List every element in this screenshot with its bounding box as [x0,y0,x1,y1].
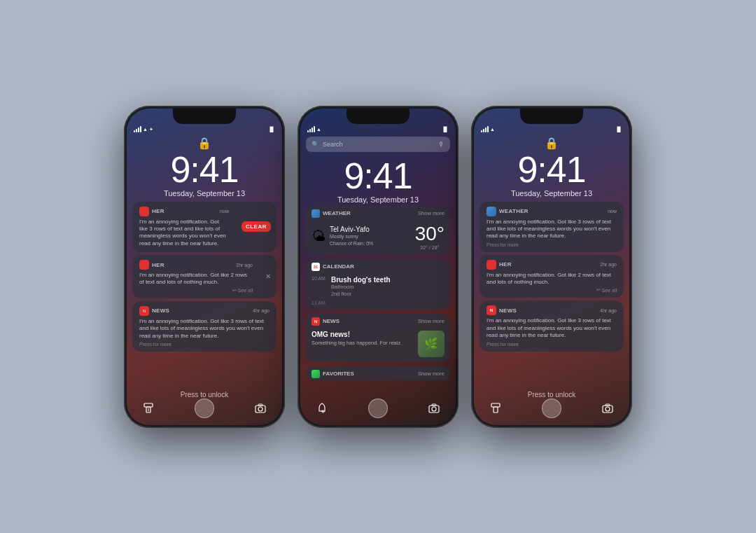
weather-range: 32° / 28° [415,245,444,250]
bottom-icons-right [474,399,629,418]
flashlight-icon-right[interactable] [488,401,503,416]
notif-app-name-r1: WEATHER [499,208,528,214]
svg-rect-11 [491,403,500,407]
favorites-show-more[interactable]: Show more [418,371,444,377]
status-bar-right: ▲ ▐▌ [474,124,629,134]
notch-right [520,109,583,124]
notif-dismiss-2[interactable]: ✕ [260,255,276,298]
calendar-next-time: 11 AM [312,300,327,305]
notif-time-3: 4hr ago [253,308,270,313]
news-widget: N NEWS Show more OMG news! Something big… [306,314,450,362]
notif-action-r3[interactable]: Press for more [486,342,617,347]
notif-body-r3: I'm an annoying notification. Got like 3… [486,317,617,339]
notch-middle [346,109,410,124]
see-all-r2[interactable]: ↩ See all [486,287,617,293]
notif-app-name-3: NEWS [152,307,169,314]
phone-right-screen: ▲ ▐▌ 🔒 9:41 Tuesday, September 13 [474,109,629,425]
home-button-middle[interactable] [368,399,388,418]
notif-app-name-r3: NEWS [499,307,517,314]
svg-point-9 [432,407,436,411]
notif-card-1: HER now I'm an annoying notification. Go… [132,202,276,253]
battery-icon: ▐▌ [268,127,275,132]
notif-time-r1: now [608,209,617,214]
svg-rect-5 [258,404,262,406]
notif-body-1: I'm an annoying notification. Got like 3… [139,219,229,248]
weather-sun-icon: 🌤 [312,228,326,244]
notif-app-icon-3: N [139,306,149,316]
news-thumbnail: 🌿 [418,331,444,357]
notif-action-r1[interactable]: Press for more [486,242,617,247]
wifi-icon: ▲ [143,127,148,132]
notif-app-name-2: HER [152,262,164,268]
status-bar-middle: ▲ ▐▌ [300,124,456,134]
signal-icon-right [481,126,489,132]
weather-desc: Mostly sunny [330,233,373,240]
camera-icon-left[interactable] [253,401,268,416]
signal-icon [134,126,141,132]
notif-app-icon-r3: N [486,305,496,315]
dismiss-x-2[interactable]: ✕ [265,272,271,280]
search-placeholder[interactable]: Search [323,141,435,148]
search-bar[interactable]: 🔍 Search 🎙 [306,137,450,152]
notch-left [173,109,236,124]
notif-time-2: 2hr ago [236,263,253,268]
favorites-widget: FAVORITES Show more [306,366,450,380]
bluetooth-icon: ✦ [149,127,153,132]
phone-right: ▲ ▐▌ 🔒 9:41 Tuesday, September 13 [471,106,632,428]
notif-body-r1: I'm an annoying notification. Got like 3… [486,219,617,240]
phone-left-screen: ▲ ✦ ▐▌ 🔒 9:41 Tuesday, September 13 [127,109,282,425]
calendar-event-location: Bathroom [331,284,391,291]
notif-app-name-1: HER [152,208,164,214]
camera-icon-middle[interactable] [426,401,442,416]
wifi-icon-right: ▲ [490,127,495,132]
news-show-more[interactable]: Show more [418,318,444,324]
lock-icon: 🔒 [127,137,282,150]
weather-content: 🌤 Tel Aviv-Yafo Mostly sunny Chance of R… [306,220,450,255]
weather-temp: 30° [415,223,444,245]
flashlight-icon-left[interactable] [141,401,156,416]
battery-icon-right: ▐▌ [615,127,622,132]
time-right: 9:41 Tuesday, September 13 [474,150,629,198]
news-content: OMG news! Something big has happend. For… [306,328,450,362]
microphone-icon[interactable]: 🎙 [438,141,444,148]
wifi-icon-middle: ▲ [316,127,321,132]
signal-icon-middle [307,126,315,132]
press-unlock-right[interactable]: Press to unlock [474,391,629,399]
calendar-content: 10 AM Brush dog's teeth Bathroom 2nd flo… [306,273,450,310]
weather-show-more[interactable]: Show more [418,210,444,216]
notif-card-r1: WEATHER now I'm an annoying notification… [479,202,624,252]
bottom-icons-left [127,399,282,418]
home-button-left[interactable] [195,399,214,418]
bottom-icons-middle [300,399,456,418]
battery-icon-middle: ▐▌ [442,127,449,132]
svg-rect-12 [493,407,498,413]
notif-card-3: N NEWS 4hr ago I'm an annoying notificat… [132,301,276,352]
news-title: OMG news! [312,331,414,338]
weather-widget: WEATHER Show more 🌤 Tel Aviv-Yafo Mostly… [306,206,450,255]
see-all-2[interactable]: ↩ See all [139,288,253,293]
lock-icon-right: 🔒 [474,137,629,150]
phone-left-wrapper: ▲ ✦ ▐▌ 🔒 9:41 Tuesday, September 13 [124,106,285,428]
status-right-icons: ▐▌ [268,127,275,132]
status-bar-left: ▲ ✦ ▐▌ [127,124,282,134]
time-left: 9:41 Tuesday, September 13 [127,150,282,198]
notif-action-3[interactable]: Press for more [139,342,270,347]
clear-button-1[interactable]: CLEAR [241,221,271,232]
notif-time-r2: 2hr ago [600,262,617,267]
bell-icon-middle[interactable] [314,401,330,416]
phone-middle: ▲ ▐▌ 🔍 Search 🎙 9:41 Tuesday, September … [298,106,458,428]
notif-dismiss-1[interactable]: CLEAR [236,202,276,253]
search-icon: 🔍 [312,141,319,148]
notif-main-1: HER now I'm an annoying notification. Go… [132,202,236,253]
notif-app-name-r2: HER [499,261,512,268]
calendar-app-icon: 31 [312,263,320,271]
camera-icon-right[interactable] [600,401,615,416]
notif-app-icon-r2 [486,260,496,270]
notif-app-icon-r1 [486,207,496,216]
status-left-icons: ▲ ✦ [134,126,153,132]
calendar-app-name: CALENDAR [323,263,354,270]
press-unlock-left[interactable]: Press to unlock [127,391,282,399]
home-button-right[interactable] [542,399,561,418]
news-app-icon: N [312,317,320,326]
notif-time-r3: 4hr ago [600,308,617,313]
